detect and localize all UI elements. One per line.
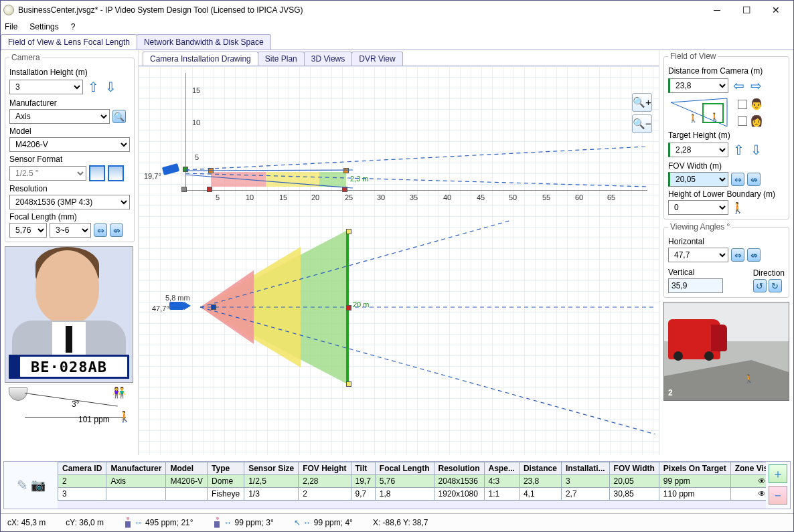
menu-settings[interactable]: Settings — [29, 22, 58, 31]
angle-value: 3° — [72, 400, 79, 409]
visibility-icon[interactable]: 👁 — [758, 476, 766, 486]
mfr-label: Manufacturer — [9, 98, 130, 108]
svg-line-3 — [185, 170, 353, 171]
fw-out-icon[interactable]: ⇎ — [747, 173, 761, 186]
subtab-3d-views[interactable]: 3D Views — [304, 52, 352, 66]
maximize-button[interactable]: ☐ — [732, 1, 761, 19]
tab-fov-lens[interactable]: Field of View & Lens Focal Length — [1, 34, 137, 50]
status-xy: X: -88,6 Y: 38,7 — [373, 518, 428, 527]
resolution-label: Resolution — [9, 184, 130, 193]
target2-checkbox[interactable] — [738, 116, 747, 126]
menu-help[interactable]: ? — [71, 22, 76, 31]
h-in-icon[interactable]: ⇔ — [731, 248, 744, 262]
dist-label: Distance from Camera (m) — [668, 66, 785, 76]
table-row[interactable]: 3Fisheye1/329,71,81920x10801:14,12,730,8… — [58, 488, 767, 501]
minimize-button[interactable]: ─ — [702, 1, 732, 19]
close-button[interactable]: ✕ — [761, 1, 791, 19]
sub-tabs: Camera Installation Drawing Site Plan 3D… — [139, 50, 659, 66]
th-label: Target Height (m) — [668, 130, 785, 140]
camera-tool-icon[interactable]: 📷 — [31, 478, 46, 493]
subtab-site-plan[interactable]: Site Plan — [258, 52, 305, 66]
focal-select[interactable]: 5,76 — [9, 223, 47, 238]
install-height-select[interactable]: 3 — [9, 80, 83, 94]
table-h-scrollbar[interactable] — [58, 501, 766, 509]
person-icon — [214, 517, 222, 528]
h-angle-label: Horizontal — [668, 237, 785, 246]
zoom-in-button[interactable]: 🔍+ — [632, 93, 652, 112]
focal-in-icon[interactable]: ⇔ — [94, 224, 107, 237]
th-down[interactable]: ⇩ — [748, 141, 763, 159]
table-tools: ✎ 📷 — [4, 462, 58, 509]
rotate-ccw-icon[interactable]: ↺ — [753, 279, 767, 292]
camera-table[interactable]: Camera IDManufacturerModelTypeSensor Siz… — [58, 462, 766, 501]
install-height-up[interactable]: ⇧ — [86, 78, 100, 96]
fov-panel: Field of View Distance from Camera (m) 2… — [659, 50, 793, 455]
status-cy: cY: 36,0 m — [66, 518, 104, 527]
focal-out-icon[interactable]: ⇎ — [110, 224, 123, 237]
sensor-select[interactable]: 1/2.5 " — [9, 166, 86, 181]
drawing-canvas[interactable]: 🔍+ 🔍− 15 10 5 5101520253035404550556065 … — [139, 66, 659, 455]
h-out-icon[interactable]: ⇎ — [747, 248, 761, 262]
mfr-search-icon[interactable]: 🔍 — [112, 110, 126, 123]
camera-preview: BE·028AB — [5, 246, 133, 383]
table-row[interactable]: 2AxisM4206-VDome1/2,52,2819,75,762048x15… — [58, 475, 767, 488]
menu-file[interactable]: File — [5, 22, 17, 31]
rotate-cw-icon[interactable]: ↻ — [769, 279, 782, 292]
window-title: BusinessCenter.jvsgz* - IP Video System … — [18, 5, 303, 15]
focal-label: Focal Length (mm) — [9, 212, 130, 221]
direction-label: Direction — [753, 268, 785, 278]
woman-icon: 👩 — [750, 114, 763, 127]
camera-table-area: ✎ 📷 Camera IDManufacturerModelTypeSensor… — [3, 461, 791, 509]
install-height-label: Installation Height (m) — [9, 68, 130, 77]
distance-inc[interactable]: ⇨ — [748, 77, 763, 94]
fov-diagram-icon: 🚶🚶 — [668, 97, 732, 128]
pencil-icon[interactable]: ✎ — [17, 477, 28, 493]
cursor-icon: ↖ — [294, 518, 301, 527]
boundary-icon: 🚶 — [731, 201, 744, 214]
hlb-select[interactable]: 0 — [668, 200, 728, 215]
tab-network[interactable]: Network Bandwidth & Disk Space — [137, 34, 271, 50]
title-bar: BusinessCenter.jvsgz* - IP Video System … — [1, 1, 793, 19]
subtab-dvr-view[interactable]: DVR View — [351, 52, 402, 66]
people-icon: 👫 — [112, 386, 126, 399]
distance-select[interactable]: 23,8 — [668, 78, 728, 93]
fov-width-select[interactable]: 20,05 — [668, 172, 728, 187]
svg-text:🚶: 🚶 — [688, 113, 698, 123]
h-angle-select[interactable]: 47,7 — [668, 248, 728, 262]
status-ppm1: 495 ppm; 21° — [145, 518, 193, 527]
resolution-select[interactable]: 2048x1536 (3MP 4:3) — [9, 195, 130, 209]
subtab-camera-drawing[interactable]: Camera Installation Drawing — [143, 52, 258, 66]
th-up[interactable]: ⇧ — [731, 141, 746, 159]
model-label: Model — [9, 126, 130, 136]
fw-label: FOV Width (m) — [668, 161, 785, 171]
drawing-panel: Camera Installation Drawing Site Plan 3D… — [138, 50, 659, 455]
menu-bar: File Settings ? — [1, 19, 793, 34]
v-angle-label: Vertical — [668, 268, 723, 277]
svg-line-4 — [185, 175, 353, 188]
focal-range-select[interactable]: 3~6 — [50, 223, 91, 238]
model-select[interactable]: M4206-V — [9, 137, 130, 152]
add-row-button[interactable]: ＋ — [769, 464, 787, 483]
install-height-down[interactable]: ⇩ — [103, 78, 118, 96]
table-header-row: Camera IDManufacturerModelTypeSensor Siz… — [58, 462, 767, 475]
remove-row-button[interactable]: － — [769, 486, 787, 505]
3d-preview[interactable]: 🚶 2 — [663, 302, 789, 401]
distance-dec[interactable]: ⇦ — [731, 77, 746, 94]
svg-rect-5 — [169, 302, 184, 310]
zoom-out-button[interactable]: 🔍− — [632, 114, 652, 133]
hlb-label: Height of Lower Boundary (m) — [668, 189, 785, 199]
status-ppm2: 99 ppm; 3° — [235, 518, 274, 527]
camera-legend: Camera — [9, 53, 42, 62]
mfr-select[interactable]: Axis — [9, 109, 110, 124]
visibility-icon[interactable]: 👁 — [758, 489, 766, 499]
status-ppm3: 99 ppm; 4° — [314, 518, 353, 527]
target1-checkbox[interactable] — [738, 100, 747, 109]
man-icon: 👨 — [750, 98, 763, 110]
fw-in-icon[interactable]: ⇔ — [731, 173, 744, 186]
target-height-select[interactable]: 2,28 — [668, 143, 728, 157]
svg-rect-0 — [162, 163, 179, 175]
sensor-thumb-1[interactable] — [89, 165, 105, 181]
sensor-thumb-2[interactable] — [108, 165, 124, 181]
ppm-value: 101 ppm — [78, 415, 110, 424]
app-icon — [3, 5, 14, 15]
